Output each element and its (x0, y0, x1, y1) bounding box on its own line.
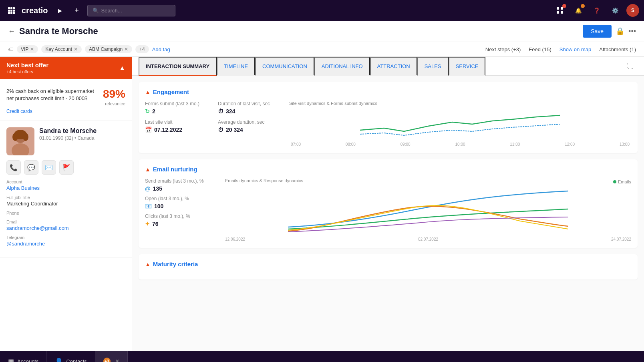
profile-fields: Account Alpha Busines Full job Title Mar… (6, 179, 125, 247)
avg-duration-value: ⏱ 20 324 (218, 127, 281, 133)
offer-title: Next best offer (6, 62, 48, 68)
page-header: ← Sandra te Morsche Save 🔒 ••• (0, 21, 644, 42)
fullscreen-button[interactable]: ⛶ (623, 58, 638, 74)
bottom-tab-contacts[interactable]: 👤 Contacts (47, 351, 95, 362)
search-bar[interactable]: 🔍 (87, 5, 175, 16)
tab-additional[interactable]: ADITIONAL INFO (314, 57, 370, 76)
svg-rect-12 (561, 11, 563, 14)
settings-button[interactable]: ⚙️ (608, 3, 622, 18)
tags-row: 🏷 VIP ✕ Key Account ✕ ABM Campaign ✕ +4 … (0, 42, 644, 57)
tag-abm-campaign-remove[interactable]: ✕ (124, 46, 128, 52)
flag-button[interactable]: 🚩 (59, 160, 74, 175)
add-button[interactable]: + (70, 4, 83, 17)
apps-button[interactable] (5, 4, 18, 17)
title-row: ← Sandra te Morsche (8, 26, 98, 36)
tag-icon: 🏷 (8, 46, 14, 52)
tag-vip: VIP ✕ (17, 45, 38, 53)
offer-link[interactable]: Credit cards (6, 109, 32, 114)
email-button[interactable]: ✉️ (42, 160, 56, 175)
svg-rect-0 (8, 7, 10, 9)
job-value: Marketing Coordinator (6, 201, 125, 207)
add-tag-button[interactable]: Add tag (152, 46, 170, 52)
maturity-arrow-icon: ▲ (145, 261, 151, 267)
notifications-button[interactable]: 🔔 (571, 3, 586, 18)
email-chart-area: Emails dynamics & Response dynamics Emai… (225, 178, 631, 241)
bottom-tab-plus3[interactable]: +3 ✕ (95, 351, 128, 362)
left-panel: Next best offer +4 best offers ▲ 2% cash… (0, 57, 132, 351)
tab-sales[interactable]: SALES (417, 57, 449, 76)
job-field: Full job Title Marketing Coordinator (6, 195, 125, 207)
svg-rect-7 (10, 12, 12, 14)
offer-detail: 2% cash back on eligible supermarket net… (0, 79, 132, 121)
chat-button[interactable]: 💬 (24, 160, 38, 175)
contacts-label: Contacts (66, 358, 87, 362)
tag-vip-remove[interactable]: ✕ (30, 46, 34, 52)
email-value[interactable]: sandramorche@gmail.com (6, 225, 125, 231)
engagement-title: ▲ Engagement (145, 88, 631, 95)
engagement-time-labels: 07:0008:0009:0010:0011:0012:0013:00 (289, 142, 631, 147)
forms-label: Forms submit (last 3 mo.) (145, 101, 208, 107)
svg-rect-8 (13, 12, 15, 14)
offer-card-header: Next best offer +4 best offers ▲ (0, 57, 132, 79)
action-buttons: 📞 💬 ✉️ 🚩 (6, 160, 125, 175)
feed-link[interactable]: Feed (15) (529, 46, 551, 52)
content-area: ▲ Engagement Forms submit (last 3 mo.) ↻… (132, 76, 644, 351)
offer-pct: 89% (103, 88, 125, 101)
tab-service[interactable]: SERVICE (449, 57, 486, 76)
save-button[interactable]: Save (583, 25, 612, 38)
email-legend: Emails (613, 179, 631, 184)
telegram-value[interactable]: @sandramorche (6, 241, 125, 247)
account-field: Account Alpha Busines (6, 179, 125, 191)
svg-rect-11 (557, 11, 559, 14)
relevance-label: relevantce (103, 101, 125, 106)
next-steps-link[interactable]: Next steps (+3) (485, 46, 521, 52)
tab-attraction[interactable]: ATTRACTION (370, 57, 417, 76)
email-date-labels: 12.06.2022 02.07.2022 24.07.2022 (225, 237, 631, 241)
telegram-field: Telegram @sandramorche (6, 235, 125, 247)
show-on-map-link[interactable]: Show on map (559, 46, 592, 52)
tag-key-account: Key Account ✕ (41, 45, 82, 53)
maturity-title: ▲ Maturity criteria (145, 261, 631, 267)
tabs-row: INTERACTION SUMMARY TIMELINE COMMUNICATI… (132, 57, 644, 76)
engagement-chart (289, 108, 631, 140)
avg-duration-label: Average duration, sec (218, 119, 281, 125)
tab-timeline[interactable]: TIMELINE (217, 57, 255, 76)
search-input[interactable] (101, 8, 170, 14)
apps-badge (562, 4, 566, 8)
main-layout: Next best offer +4 best offers ▲ 2% cash… (0, 57, 644, 351)
apps-icon-button[interactable] (553, 3, 567, 18)
tag-key-account-remove[interactable]: ✕ (74, 46, 78, 52)
call-button[interactable]: 📞 (6, 160, 21, 175)
close-tab-button[interactable]: ✕ (115, 358, 119, 362)
svg-rect-1 (10, 7, 12, 9)
tab-communication[interactable]: COMMUNICATION (255, 57, 314, 76)
last-visit-label: Last site visit (145, 119, 208, 125)
play-button[interactable]: ▶ (54, 4, 66, 17)
profile-meta: 01.01.1990 (32) • Canada (39, 135, 97, 141)
profile-card: Sandra te Morsche 01.01.1990 (32) • Cana… (0, 121, 132, 257)
bottom-tab-accounts[interactable]: ▦ Accounts (0, 351, 47, 362)
offer-chevron-icon[interactable]: ▲ (119, 64, 125, 72)
offer-subtitle: +4 best offers (6, 69, 48, 74)
engagement-chart-title: Site visit dynamics & Forms submit dynam… (289, 101, 631, 106)
last-visit-value: 📅 07.12.2022 (145, 127, 208, 133)
back-button[interactable]: ← (8, 27, 15, 36)
account-value[interactable]: Alpha Busines (6, 185, 125, 191)
page-title: Sandra te Morsche (19, 26, 98, 36)
svg-point-18 (23, 133, 28, 141)
svg-rect-3 (8, 10, 10, 12)
lock-button[interactable]: 🔒 (616, 27, 624, 36)
user-avatar[interactable]: S (626, 4, 639, 17)
bottom-tabs: ▦ Accounts 👤 Contacts +3 ✕ (0, 351, 644, 362)
attachments-link[interactable]: Attachments (1) (599, 46, 636, 52)
email-chart-title: Emails dynamics & Response dynamics (225, 178, 303, 183)
svg-point-17 (12, 133, 18, 141)
search-icon: 🔍 (93, 8, 99, 14)
email-nurturing-section: ▲ Email nurturing Send emails (last 3 mo… (139, 159, 638, 248)
help-button[interactable]: ❓ (590, 3, 604, 18)
more-button[interactable]: ••• (628, 27, 636, 36)
tab-interaction[interactable]: INTERACTION SUMMARY (139, 57, 217, 76)
svg-rect-5 (13, 10, 15, 12)
tag-more[interactable]: +4 (135, 45, 149, 53)
offer-text: 2% cash back on eligible supermarket net… (6, 88, 99, 102)
